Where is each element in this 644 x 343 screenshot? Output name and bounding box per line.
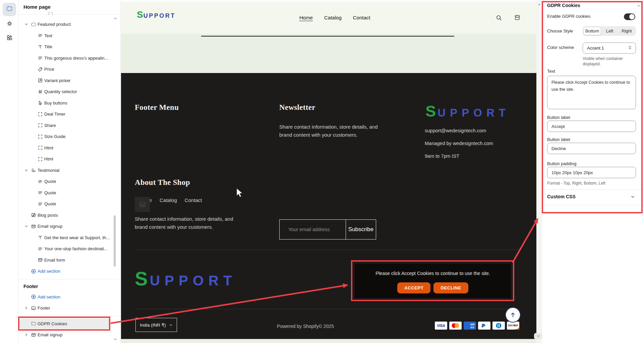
stepper-icon: [628, 45, 632, 51]
email-icon: [38, 257, 44, 263]
style-option-left[interactable]: Left: [601, 27, 618, 35]
tree-item-quote[interactable]: Quote: [18, 187, 120, 199]
theme-editor-window: Home page Featured productTextTitleThis …: [0, 0, 644, 343]
store-logo[interactable]: SUPPORT: [137, 9, 176, 20]
chevron-down-icon[interactable]: [24, 22, 31, 27]
tree-item-testimonial[interactable]: Testimonial: [18, 165, 120, 176]
chevron-right-icon[interactable]: [24, 332, 31, 338]
tree-item-price[interactable]: $Price: [18, 64, 120, 75]
tree-item-add-section[interactable]: Add section: [18, 291, 120, 303]
app-block-icon: [38, 156, 44, 162]
tree-item-buy-buttons[interactable]: Buy buttons: [18, 97, 120, 109]
svg-text:P: P: [481, 323, 485, 328]
button-padding-input[interactable]: 10px 20px 10px 20px: [547, 167, 636, 178]
style-option-right[interactable]: Right: [618, 27, 635, 35]
tree-item-add-section[interactable]: Add section: [18, 266, 120, 277]
sidebar-header: Home page: [18, 0, 120, 15]
chevron-spacer: [24, 294, 31, 299]
svg-text:AM: AM: [470, 323, 475, 326]
app-embeds-button[interactable]: [3, 31, 16, 45]
tree-item-this-gorgeous-dress-s-appealin[interactable]: This gorgeous dress's appealin...: [18, 53, 120, 64]
accept-cookies-button[interactable]: ACCEPT: [397, 282, 430, 293]
tree-item-email-form[interactable]: Email form: [18, 255, 120, 266]
tree-item-featured-product[interactable]: Featured product: [18, 19, 120, 30]
tree-item-email-signup[interactable]: Email signup: [18, 221, 120, 232]
color-scheme-label: Color scheme: [547, 45, 574, 50]
country-selector[interactable]: India (INR ₹): [135, 318, 177, 332]
tree-divider: [18, 316, 120, 316]
enable-gdpr-toggle[interactable]: [624, 13, 635, 20]
panel-divider: [543, 190, 644, 190]
svg-text:VISA: VISA: [437, 324, 445, 328]
chevron-spacer: [24, 321, 31, 326]
preview-scrollbar[interactable]: [536, 0, 542, 343]
decline-cookies-button[interactable]: DECLINE: [433, 282, 468, 293]
chevron-down-icon[interactable]: [24, 167, 31, 173]
tree-item-variant-picker[interactable]: Variant picker: [18, 75, 120, 86]
nav-link-catalog[interactable]: Catalog: [324, 15, 342, 20]
text-label: Text: [547, 69, 555, 74]
app-block-icon: [38, 123, 44, 128]
about-heading: About The Shop: [135, 178, 190, 187]
email-icon: [31, 224, 38, 229]
tree-item-html[interactable]: Html: [18, 142, 120, 154]
tree-item-gdpr-cookies[interactable]: GDPR Cookies: [18, 318, 120, 330]
custom-css-label[interactable]: Custom CSS: [547, 194, 576, 199]
cookie-text-input[interactable]: Please click Accept Cookies to continue …: [547, 76, 636, 109]
nav-link-contact[interactable]: Contact: [353, 15, 370, 20]
footer-icon: [31, 305, 38, 311]
scroll-to-top-button[interactable]: [505, 307, 521, 323]
tree-item-share[interactable]: Share: [18, 120, 120, 131]
email-input[interactable]: Your email address: [280, 220, 346, 239]
sidebar-scroll-down-icon[interactable]: [113, 337, 118, 343]
tree-item-quote[interactable]: Quote: [18, 176, 120, 187]
tree-item-footer[interactable]: Footer: [18, 302, 120, 314]
sidebar-scrollbar-thumb[interactable]: [114, 215, 116, 267]
color-scheme-help: Visible when container displayed.: [583, 56, 636, 67]
footer-link-catalog[interactable]: Catalog: [160, 197, 177, 203]
footer-menu-heading: Footer Menu: [135, 103, 179, 112]
subscribe-button[interactable]: Subscribe: [346, 220, 376, 239]
tree-item-title[interactable]: Title: [18, 41, 120, 53]
scrollbar-down-icon[interactable]: [534, 333, 542, 339]
chevron-down-icon[interactable]: [24, 224, 31, 229]
nav-link-home[interactable]: Home: [299, 15, 313, 20]
search-icon[interactable]: [495, 14, 502, 21]
footer-link-contact[interactable]: Contact: [185, 197, 202, 203]
tree-item-size-guide[interactable]: Size Guide: [18, 131, 120, 142]
payment-discover-icon: DISC VER: [507, 322, 519, 330]
padding-format-help: Format - Top, Right, Bottom, Left: [547, 181, 605, 186]
tree-item-blog-posts[interactable]: Blog posts: [18, 210, 120, 221]
title-icon: [38, 235, 44, 240]
app-block-icon: [38, 112, 44, 117]
svg-text:$: $: [41, 67, 42, 69]
store-section-band: [121, 34, 536, 73]
app-block-icon: [38, 145, 44, 150]
tree-item-your-one-stop-fashion-destinati[interactable]: Your one-stop fashion destinati...: [18, 243, 120, 255]
storefront-icon[interactable]: [514, 14, 521, 21]
color-scheme-select[interactable]: Accent 1: [583, 43, 636, 54]
accept-label-input[interactable]: Accept: [547, 121, 636, 132]
tree-item-text[interactable]: Text: [18, 30, 120, 42]
chevron-down-icon: [169, 323, 173, 327]
section-tree: Featured productTextTitleThis gorgeous d…: [18, 15, 120, 339]
decline-label-input[interactable]: Decline: [547, 143, 636, 154]
tree-item-html[interactable]: Html: [18, 153, 120, 165]
chevron-down-icon[interactable]: [630, 194, 635, 201]
style-option-bottom[interactable]: Bottom: [583, 27, 601, 35]
storefront-preview: SUPPORT HomeCatalogContact Footer Menu H…: [121, 0, 536, 343]
button-padding-label: Button padding: [547, 161, 576, 166]
panel-scroll-up-icon[interactable]: [636, 3, 641, 9]
theme-settings-button[interactable]: [3, 17, 16, 31]
payment-mastercard-icon: [449, 322, 462, 330]
chevron-spacer: [24, 269, 31, 274]
scrollbar-up-icon[interactable]: [537, 2, 541, 8]
chevron-right-icon[interactable]: [24, 305, 31, 311]
tree-item-quote[interactable]: Quote: [18, 198, 120, 210]
tree-item-deal-timer[interactable]: Deal Timer: [18, 109, 120, 120]
gdpr-settings-panel: GDPR Cookies Enable GDPR cookies Choose …: [543, 0, 644, 343]
tree-item-get-the-best-wear-at-support-th[interactable]: Get the best wear at Support, th...: [18, 232, 120, 244]
tree-item-email-signup[interactable]: Email signup: [18, 329, 120, 339]
sections-tab-button[interactable]: [3, 3, 16, 16]
tree-item-quantity-selector[interactable]: Quantity selector: [18, 86, 120, 97]
